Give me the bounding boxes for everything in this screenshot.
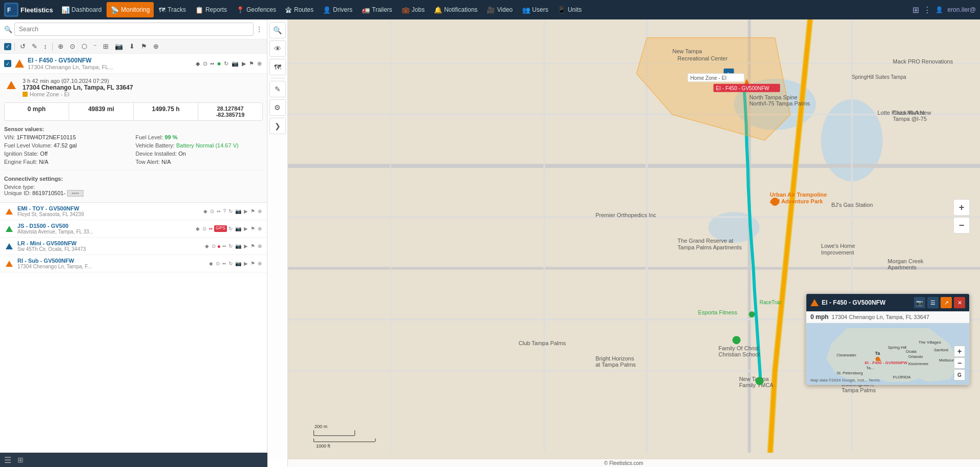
more-options-icon[interactable]: ⋮ [923,5,931,15]
vehicle-green-btn[interactable]: ■ [216,60,222,67]
nav-drivers[interactable]: 👤 Drivers [319,2,357,17]
vlist-flag-btn-4[interactable]: ⚑ [249,260,256,267]
vlist-reconnect-btn[interactable]: ↻ [227,208,234,215]
nav-tracks[interactable]: 🗺 Tracks [155,2,190,17]
vehicle-reconnect-button[interactable]: ↻ [223,60,230,68]
search-more-icon[interactable]: ⋮ [256,25,263,33]
vlist-play-btn[interactable]: ▶ [243,208,249,215]
vehicle-locate-button[interactable]: ◆ [195,60,201,68]
map-settings-button[interactable]: ⚙ [269,99,286,116]
map-eye-button[interactable]: 👁 [269,40,286,57]
map-edit-button[interactable]: ✎ [269,81,286,97]
trail-button[interactable]: ⁻ [91,41,99,51]
vehicle-route-button[interactable]: ⊙ [202,60,208,68]
more-list-button[interactable]: ⊕ [151,41,161,51]
nav-jobs[interactable]: 💼 Jobs [398,2,429,17]
nav-users[interactable]: 👥 Users [518,2,552,17]
map-area[interactable]: New Tampa Recreational Center North Tamp… [267,19,980,467]
nav-monitoring[interactable]: 📡 Monitoring [107,2,154,17]
vlist-flag-btn-3[interactable]: ⚑ [249,243,256,250]
popup-share-btn[interactable]: ↗ [941,297,952,308]
nav-reports[interactable]: 📋 Reports [191,2,231,17]
vlist-reconnect-btn-4[interactable]: ↻ [227,260,234,267]
vlist-route-btn-4[interactable]: ⊙ [215,260,221,267]
vlist-play-btn-4[interactable]: ▶ [243,260,249,267]
list-item[interactable]: EMI - TOY - GV500NFW Floyd St, Sarasota,… [0,203,267,220]
vlist-route-btn[interactable]: ⊙ [209,208,215,215]
vlist-question-btn[interactable]: ? [222,208,227,215]
nav-dashboard[interactable]: 📊 Dashboard [57,2,106,17]
vlist-bars-btn[interactable]: ▪▪ [216,208,221,215]
geofence-button[interactable]: ⬡ [79,41,89,51]
vlist-more-btn-4[interactable]: ⊕ [257,260,263,267]
list-item[interactable]: RI - Sub - GV500NFW 17304 Chenango Ln, T… [0,255,267,272]
vlist-play-btn-3[interactable]: ▶ [243,243,249,250]
vehicle-play-btn[interactable]: ▶ [241,60,247,68]
vehicle-status-button[interactable]: ▪▪ [210,60,216,67]
vlist-route-btn-3[interactable]: ⊙ [211,243,217,250]
vlist-locate-btn-2[interactable]: ◆ [195,225,201,232]
vlist-flag-btn[interactable]: ⚑ [249,208,256,215]
route-button[interactable]: ⊙ [68,41,77,51]
nav-trailers[interactable]: 🚛 Trailers [358,2,397,17]
vlist-bars-btn-3[interactable]: ▪▪ [221,243,227,249]
svg-text:Apartments: Apartments [888,264,917,270]
nav-video[interactable]: 🎥 Video [483,2,516,17]
popup-close-btn[interactable]: ✕ [954,297,965,308]
sidebar-toggle-btn[interactable]: ☰ [4,455,11,465]
vlist-bars-btn-4[interactable]: ▪▪ [221,260,227,267]
nav-routes[interactable]: 🛣 Routes [281,2,318,17]
nav-geofences[interactable]: 📍 Geofences [232,2,280,17]
popup-list-btn[interactable]: ☰ [927,297,939,308]
popup-video-btn[interactable]: 📷 [914,297,925,308]
list-item[interactable]: JS - D1500 - GV500 Altavista Avenue, Tam… [0,220,267,238]
select-all-checkbox[interactable]: ✓ [4,43,11,50]
layer-button[interactable]: ⊞ [101,41,111,51]
svg-text:1000 ft: 1000 ft [316,443,330,449]
popup-google-btn[interactable]: G [954,369,965,380]
camera-button[interactable]: 📷 [113,41,125,51]
nav-notifications[interactable]: 🔔 Notifications [430,2,482,17]
popup-zoom-out-btn[interactable]: − [954,357,965,369]
map-search-button[interactable]: 🔍 [269,22,286,38]
vlist-camera-btn-2[interactable]: 📷 [234,225,242,232]
vlist-locate-btn-3[interactable]: ◆ [204,243,210,250]
vlist-camera-btn-4[interactable]: 📷 [234,260,242,267]
flag-button[interactable]: ⚑ [139,41,149,51]
zoom-out-button[interactable]: − [953,217,970,234]
search-input[interactable] [14,23,254,36]
map-expand-button[interactable]: ❯ [269,118,286,134]
vlist-camera-btn-3[interactable]: 📷 [234,243,242,250]
list-item[interactable]: LR - Mini - GV500NFW Sw 45Th Cir, Ocala,… [0,238,267,255]
sort-button[interactable]: ↕ [41,41,49,51]
zoom-in-button[interactable]: + [953,199,970,216]
vlist-more-btn-3[interactable]: ⊕ [257,243,263,250]
vlist-more-btn-2[interactable]: ⊕ [257,225,263,232]
nav-units[interactable]: 📱 Units [553,2,586,17]
vehicle-flag-btn[interactable]: ⚑ [248,60,255,68]
edit-button[interactable]: ✎ [30,41,39,51]
logo[interactable]: F Fleetistics [4,3,53,17]
popup-zoom-in-btn[interactable]: + [954,346,965,357]
vlist-route-btn-2[interactable]: ⊙ [201,225,207,232]
download-button[interactable]: ⬇ [127,41,137,51]
grid-view-btn[interactable]: ⊞ [17,456,24,464]
vehicle-camera-btn[interactable]: 📷 [231,60,240,68]
vlist-flag-btn-2[interactable]: ⚑ [249,225,256,232]
vehicle-card-header[interactable]: ✓ EI - F450 - GV500NFW 17304 Chenango Ln… [0,54,267,73]
conn-unique-id-value: 8619710501- [32,190,66,196]
vlist-play-btn-2[interactable]: ▶ [243,225,249,232]
locate-button[interactable]: ⊕ [56,41,66,51]
vlist-more-btn[interactable]: ⊕ [257,208,263,215]
refresh-button[interactable]: ↺ [18,41,28,51]
vlist-bars-btn-2[interactable]: ▪▪ [208,225,214,232]
vehicle-more-btn[interactable]: ⊕ [256,60,263,68]
map-layer-button[interactable]: 🗺 [269,59,286,75]
vlist-reconnect-btn-3[interactable]: ↻ [227,243,234,250]
vlist-reconnect-btn-2[interactable]: ↻ [227,225,234,232]
vlist-locate-btn[interactable]: ◆ [202,208,208,215]
grid-menu-icon[interactable]: ⊞ [912,5,919,15]
vlist-locate-btn-4[interactable]: ◆ [208,260,214,267]
vlist-camera-btn[interactable]: 📷 [234,208,242,215]
vehicle-checkbox[interactable]: ✓ [4,60,11,67]
